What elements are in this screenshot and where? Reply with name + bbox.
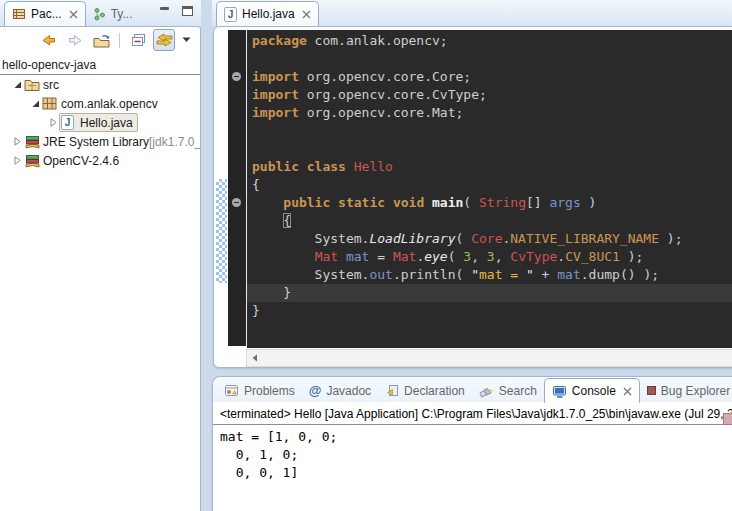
code-token-pl: com.anlak.opencv;	[307, 33, 448, 48]
code-token-brace: {	[283, 213, 291, 228]
code-token-pl: =	[369, 249, 392, 264]
back-icon[interactable]	[38, 29, 60, 51]
code-editor[interactable]: package com.anlak.opencv;import org.open…	[246, 30, 732, 348]
code-token-pl: ,	[495, 249, 511, 264]
console-tabstrip: Problems@JavadocDeclarationSearchConsole…	[213, 377, 732, 402]
collapse-all-icon[interactable]	[127, 29, 149, 51]
tree-item-hello-opencv-java[interactable]: hello-opencv-java	[0, 55, 200, 75]
code-token-pl	[252, 213, 283, 228]
close-icon[interactable]	[302, 10, 311, 19]
range-indicator	[216, 179, 227, 283]
code-line[interactable]: import org.opencv.core.Mat;	[252, 104, 732, 122]
code-token-kw: void	[393, 195, 424, 210]
code-line[interactable]: import org.opencv.core.CvType;	[252, 86, 732, 104]
code-token-kw: static	[338, 195, 385, 210]
console-tab-javadoc[interactable]: @Javadoc	[302, 379, 378, 402]
close-icon[interactable]	[623, 387, 632, 396]
tree-item-content: src	[24, 78, 59, 92]
tree-selection-box: JHello.java	[59, 113, 138, 132]
code-line[interactable]	[252, 140, 732, 158]
code-line-current[interactable]: }	[247, 284, 732, 302]
package-explorer-view: Pac...Ty... hello-opencv-javasrccom.anla…	[0, 0, 201, 511]
code-token-str: mat =	[479, 267, 526, 282]
fold-collapse-icon[interactable]	[232, 198, 241, 207]
view-tab-ty[interactable]: Ty...	[86, 2, 140, 26]
code-line[interactable]: public class Hello	[252, 158, 732, 176]
tree-item-com-anlak-opencv[interactable]: com.anlak.opencv	[0, 94, 200, 113]
tab-label: Declaration	[404, 384, 465, 398]
console-tab-console[interactable]: Console	[544, 378, 640, 403]
horizontal-scrollbar[interactable]	[246, 349, 732, 367]
tree-expanded-icon[interactable]	[10, 80, 24, 89]
code-token-meth: eye	[424, 249, 447, 264]
tree-item-label: src	[43, 78, 59, 92]
folding-ruler[interactable]	[228, 30, 246, 346]
code-token-pl	[330, 195, 338, 210]
code-line[interactable]: import org.opencv.core.Core;	[252, 68, 732, 86]
tree-item-src[interactable]: src	[0, 75, 200, 94]
scroll-left-icon[interactable]	[247, 351, 263, 365]
up-icon[interactable]	[90, 29, 112, 51]
code-line[interactable]: {	[252, 176, 732, 194]
view-tab-pac[interactable]: Pac...	[4, 1, 86, 26]
tree-item-hello-java[interactable]: JHello.java	[0, 113, 200, 132]
console-output[interactable]: mat = [1, 0, 0; 0, 1, 0; 0, 0, 1]	[213, 425, 732, 482]
console-icon	[552, 385, 567, 398]
code-token-kw: import	[252, 69, 299, 84]
minimize-icon[interactable]	[160, 6, 170, 16]
code-token-pl: }	[252, 285, 291, 300]
code-line[interactable]: System.out.println( "mat = " + mat.dump(…	[252, 266, 732, 284]
forward-icon[interactable]	[64, 29, 86, 51]
code-token-pl: ,	[471, 249, 487, 264]
tree-collapsed-icon[interactable]	[10, 137, 24, 146]
tree-item-content: com.anlak.opencv	[42, 97, 158, 111]
code-token-num: 3	[487, 249, 495, 264]
svg-text:J: J	[228, 9, 234, 20]
code-token-pl: )	[581, 195, 597, 210]
code-token-pl	[252, 195, 283, 210]
code-line[interactable]	[252, 122, 732, 140]
tree-item-content: JRE System Library [jdk1.7.0_25]	[24, 135, 200, 149]
fold-collapse-icon[interactable]	[232, 72, 241, 81]
tree-item-label: hello-opencv-java	[2, 58, 96, 72]
editor-tab-hello-java[interactable]: JHello.java	[216, 1, 319, 26]
code-token-type: Hello	[354, 159, 393, 174]
console-tab-declaration[interactable]: Declaration	[378, 379, 472, 402]
tree-item-content: hello-opencv-java	[2, 58, 96, 72]
tab-label: Pac...	[31, 7, 62, 21]
code-line[interactable]: package com.anlak.opencv;	[252, 32, 732, 50]
bug-icon	[647, 386, 656, 395]
code-token-var: mat	[346, 249, 369, 264]
code-token-pl	[424, 195, 432, 210]
console-tab-bug-explorer[interactable]: Bug Explorer	[640, 379, 732, 402]
declaration-icon	[385, 384, 399, 397]
maximize-icon[interactable]	[182, 6, 193, 16]
code-line[interactable]: }	[252, 302, 732, 320]
view-menu-icon[interactable]	[179, 29, 195, 51]
tree-expanded-icon[interactable]	[28, 99, 42, 108]
console-tab-problems[interactable]: Problems	[217, 379, 302, 402]
console-tab-search[interactable]: Search	[472, 379, 544, 402]
tab-label: Ty...	[111, 7, 133, 21]
search-icon	[479, 384, 494, 398]
code-line[interactable]: System.LoadLibrary( Core.NATIVE_LIBRARY_…	[252, 230, 732, 248]
view-window-buttons	[160, 6, 193, 16]
tab-label: Hello.java	[242, 7, 295, 21]
code-token-pl: +	[534, 267, 557, 282]
code-line[interactable]	[252, 50, 732, 68]
pin-console-icon[interactable]	[723, 413, 732, 428]
code-line[interactable]: {	[252, 212, 732, 230]
tree-collapsed-icon[interactable]	[10, 156, 24, 165]
tree-collapsed-icon[interactable]	[46, 118, 60, 127]
code-token-var: args	[549, 195, 580, 210]
tree-item-opencv-2-4-6[interactable]: OpenCV-2.4.6	[0, 151, 200, 170]
code-line[interactable]: Mat mat = Mat.eye( 3, 3, CvType.CV_8UC1 …	[252, 248, 732, 266]
code-line[interactable]: public static void main( String[] args )	[252, 194, 732, 212]
link-with-editor-icon[interactable]	[153, 29, 175, 51]
close-icon[interactable]	[69, 10, 78, 19]
code-token-meth: LoadLibrary	[369, 231, 455, 246]
code-token-pl: org.opencv.core.CvType;	[299, 87, 487, 102]
package-explorer-tree[interactable]: hello-opencv-javasrccom.anlak.opencvJHel…	[0, 55, 200, 170]
code-token-type: Core	[471, 231, 502, 246]
tree-item-jre-system-library[interactable]: JRE System Library [jdk1.7.0_25]	[0, 132, 200, 151]
